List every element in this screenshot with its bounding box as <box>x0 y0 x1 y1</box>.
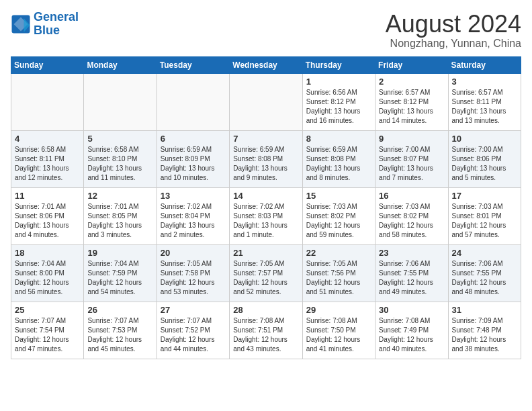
calendar-week-2: 4Sunrise: 6:58 AM Sunset: 8:11 PM Daylig… <box>11 130 521 187</box>
calendar-cell <box>157 73 229 130</box>
day-number: 2 <box>379 77 444 87</box>
weekday-header-wednesday: Wednesday <box>230 56 302 73</box>
day-info: Sunrise: 7:07 AM Sunset: 7:53 PM Dayligh… <box>87 316 152 354</box>
day-number: 29 <box>306 305 371 315</box>
day-info: Sunrise: 7:05 AM Sunset: 7:58 PM Dayligh… <box>161 259 226 297</box>
weekday-header-saturday: Saturday <box>448 56 521 73</box>
day-info: Sunrise: 7:01 AM Sunset: 8:05 PM Dayligh… <box>87 202 152 240</box>
day-info: Sunrise: 7:06 AM Sunset: 7:55 PM Dayligh… <box>379 259 444 297</box>
calendar-cell: 10Sunrise: 7:00 AM Sunset: 8:06 PM Dayli… <box>448 130 521 187</box>
day-info: Sunrise: 7:03 AM Sunset: 8:01 PM Dayligh… <box>452 202 517 240</box>
calendar-table: SundayMondayTuesdayWednesdayThursdayFrid… <box>11 56 521 359</box>
day-number: 16 <box>379 191 444 201</box>
day-number: 25 <box>15 305 80 315</box>
calendar-week-4: 18Sunrise: 7:04 AM Sunset: 8:00 PM Dayli… <box>11 244 521 302</box>
day-number: 27 <box>161 305 226 315</box>
calendar-cell: 13Sunrise: 7:02 AM Sunset: 8:04 PM Dayli… <box>157 187 229 244</box>
page-header: General Blue August 2024 Nongzhang, Yunn… <box>11 11 521 50</box>
title-block: August 2024 Nongzhang, Yunnan, China <box>386 11 521 50</box>
day-info: Sunrise: 6:59 AM Sunset: 8:09 PM Dayligh… <box>161 145 226 183</box>
day-info: Sunrise: 6:57 AM Sunset: 8:12 PM Dayligh… <box>379 88 444 126</box>
weekday-header-friday: Friday <box>375 56 448 73</box>
logo-icon <box>11 14 31 34</box>
weekday-header-sunday: Sunday <box>11 56 84 73</box>
calendar-cell: 20Sunrise: 7:05 AM Sunset: 7:58 PM Dayli… <box>157 244 229 302</box>
day-number: 9 <box>379 134 444 144</box>
day-number: 23 <box>379 248 444 258</box>
calendar-week-5: 25Sunrise: 7:07 AM Sunset: 7:54 PM Dayli… <box>11 302 521 359</box>
calendar-cell: 25Sunrise: 7:07 AM Sunset: 7:54 PM Dayli… <box>11 302 84 359</box>
day-info: Sunrise: 6:58 AM Sunset: 8:11 PM Dayligh… <box>15 145 80 183</box>
calendar-cell: 19Sunrise: 7:04 AM Sunset: 7:59 PM Dayli… <box>84 244 157 302</box>
calendar-cell: 16Sunrise: 7:03 AM Sunset: 8:02 PM Dayli… <box>375 187 448 244</box>
calendar-cell: 23Sunrise: 7:06 AM Sunset: 7:55 PM Dayli… <box>375 244 448 302</box>
day-info: Sunrise: 7:00 AM Sunset: 8:07 PM Dayligh… <box>379 145 444 183</box>
day-info: Sunrise: 6:59 AM Sunset: 8:08 PM Dayligh… <box>233 145 298 183</box>
month-year-title: August 2024 <box>386 11 521 38</box>
calendar-cell: 2Sunrise: 6:57 AM Sunset: 8:12 PM Daylig… <box>375 73 448 130</box>
calendar-cell: 21Sunrise: 7:05 AM Sunset: 7:57 PM Dayli… <box>230 244 302 302</box>
calendar-cell: 17Sunrise: 7:03 AM Sunset: 8:01 PM Dayli… <box>448 187 521 244</box>
weekday-header-thursday: Thursday <box>302 56 375 73</box>
day-number: 10 <box>452 134 517 144</box>
day-info: Sunrise: 7:03 AM Sunset: 8:02 PM Dayligh… <box>379 202 444 240</box>
calendar-cell: 5Sunrise: 6:58 AM Sunset: 8:10 PM Daylig… <box>84 130 157 187</box>
calendar-cell: 26Sunrise: 7:07 AM Sunset: 7:53 PM Dayli… <box>84 302 157 359</box>
day-info: Sunrise: 6:59 AM Sunset: 8:08 PM Dayligh… <box>306 145 371 183</box>
calendar-cell <box>230 73 302 130</box>
day-number: 22 <box>306 248 371 258</box>
day-number: 4 <box>15 134 80 144</box>
calendar-cell: 30Sunrise: 7:08 AM Sunset: 7:49 PM Dayli… <box>375 302 448 359</box>
day-number: 17 <box>452 191 517 201</box>
calendar-cell <box>11 73 84 130</box>
day-number: 31 <box>452 305 517 315</box>
day-number: 21 <box>233 248 298 258</box>
calendar-cell: 9Sunrise: 7:00 AM Sunset: 8:07 PM Daylig… <box>375 130 448 187</box>
day-number: 7 <box>233 134 298 144</box>
calendar-cell: 15Sunrise: 7:03 AM Sunset: 8:02 PM Dayli… <box>302 187 375 244</box>
calendar-cell: 7Sunrise: 6:59 AM Sunset: 8:08 PM Daylig… <box>230 130 302 187</box>
day-info: Sunrise: 7:01 AM Sunset: 8:06 PM Dayligh… <box>15 202 80 240</box>
day-number: 19 <box>87 248 152 258</box>
day-number: 28 <box>233 305 298 315</box>
day-number: 30 <box>379 305 444 315</box>
weekday-header-monday: Monday <box>84 56 157 73</box>
day-number: 13 <box>161 191 226 201</box>
calendar-cell: 12Sunrise: 7:01 AM Sunset: 8:05 PM Dayli… <box>84 187 157 244</box>
day-number: 24 <box>452 248 517 258</box>
day-number: 14 <box>233 191 298 201</box>
calendar-cell: 24Sunrise: 7:06 AM Sunset: 7:55 PM Dayli… <box>448 244 521 302</box>
calendar-week-1: 1Sunrise: 6:56 AM Sunset: 8:12 PM Daylig… <box>11 73 521 130</box>
logo: General Blue <box>11 11 79 38</box>
calendar-cell: 31Sunrise: 7:09 AM Sunset: 7:48 PM Dayli… <box>448 302 521 359</box>
day-number: 5 <box>87 134 152 144</box>
day-info: Sunrise: 7:00 AM Sunset: 8:06 PM Dayligh… <box>452 145 517 183</box>
day-number: 11 <box>15 191 80 201</box>
day-number: 15 <box>306 191 371 201</box>
calendar-cell: 28Sunrise: 7:08 AM Sunset: 7:51 PM Dayli… <box>230 302 302 359</box>
calendar-cell: 1Sunrise: 6:56 AM Sunset: 8:12 PM Daylig… <box>302 73 375 130</box>
day-number: 12 <box>87 191 152 201</box>
day-info: Sunrise: 6:57 AM Sunset: 8:11 PM Dayligh… <box>452 88 517 126</box>
day-info: Sunrise: 7:02 AM Sunset: 8:04 PM Dayligh… <box>161 202 226 240</box>
day-number: 18 <box>15 248 80 258</box>
weekday-header-tuesday: Tuesday <box>157 56 229 73</box>
day-info: Sunrise: 7:04 AM Sunset: 8:00 PM Dayligh… <box>15 259 80 297</box>
day-info: Sunrise: 7:04 AM Sunset: 7:59 PM Dayligh… <box>87 259 152 297</box>
calendar-cell: 27Sunrise: 7:07 AM Sunset: 7:52 PM Dayli… <box>157 302 229 359</box>
day-number: 1 <box>306 77 371 87</box>
day-info: Sunrise: 7:07 AM Sunset: 7:52 PM Dayligh… <box>161 316 226 354</box>
day-info: Sunrise: 7:03 AM Sunset: 8:02 PM Dayligh… <box>306 202 371 240</box>
location-subtitle: Nongzhang, Yunnan, China <box>386 38 521 50</box>
day-info: Sunrise: 6:58 AM Sunset: 8:10 PM Dayligh… <box>87 145 152 183</box>
calendar-cell: 4Sunrise: 6:58 AM Sunset: 8:11 PM Daylig… <box>11 130 84 187</box>
day-number: 3 <box>452 77 517 87</box>
calendar-cell: 14Sunrise: 7:02 AM Sunset: 8:03 PM Dayli… <box>230 187 302 244</box>
day-number: 20 <box>161 248 226 258</box>
weekday-header-row: SundayMondayTuesdayWednesdayThursdayFrid… <box>11 56 521 73</box>
calendar-cell: 22Sunrise: 7:05 AM Sunset: 7:56 PM Dayli… <box>302 244 375 302</box>
logo-text: General Blue <box>34 11 79 38</box>
day-info: Sunrise: 7:08 AM Sunset: 7:50 PM Dayligh… <box>306 316 371 354</box>
day-number: 8 <box>306 134 371 144</box>
logo-line2: Blue <box>34 24 60 37</box>
